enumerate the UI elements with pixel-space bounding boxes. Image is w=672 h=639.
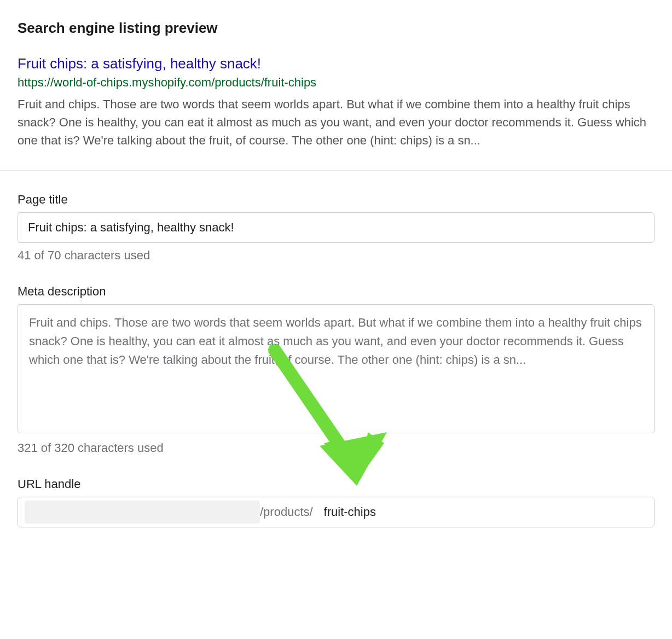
serp-preview: Fruit chips: a satisfying, healthy snack… — [18, 55, 654, 149]
preview-title: Fruit chips: a satisfying, healthy snack… — [18, 55, 654, 72]
meta-description-helper: 321 of 320 characters used — [18, 441, 654, 455]
page-title-label: Page title — [18, 193, 654, 207]
preview-description: Fruit and chips. Those are two words tha… — [18, 95, 654, 149]
url-handle-input[interactable] — [317, 497, 654, 527]
url-handle-label: URL handle — [18, 477, 654, 491]
section-title: Search engine listing preview — [18, 20, 654, 37]
url-path-suffix: /products/ — [260, 497, 317, 527]
url-handle-field: URL handle /products/ — [18, 477, 654, 527]
url-prefix-masked — [25, 501, 260, 524]
page-title-field: Page title 41 of 70 characters used — [18, 193, 654, 263]
meta-description-label: Meta description — [18, 284, 654, 299]
meta-description-input[interactable] — [18, 304, 654, 433]
divider — [0, 170, 672, 171]
preview-url: https://world-of-chips.myshopify.com/pro… — [18, 75, 654, 90]
svg-marker-1 — [324, 432, 384, 481]
url-handle-row: /products/ — [18, 497, 654, 527]
page-title-input[interactable] — [18, 212, 654, 243]
meta-description-field: Meta description 321 of 320 characters u… — [18, 284, 654, 455]
page-title-helper: 41 of 70 characters used — [18, 248, 654, 263]
